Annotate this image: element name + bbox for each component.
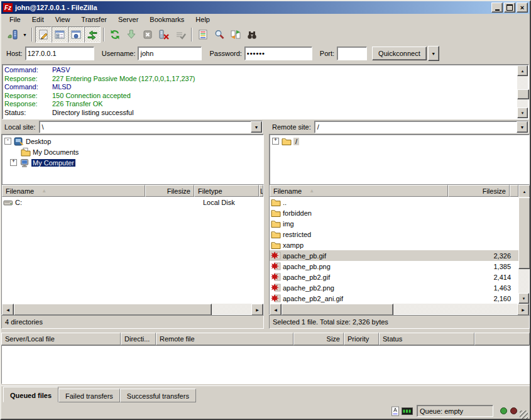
column-header-size[interactable]: Size — [293, 333, 344, 345]
username-input[interactable] — [138, 47, 202, 60]
scroll-up-icon[interactable]: ▲ — [518, 185, 530, 198]
remote-site-combo[interactable]: / ▼ — [314, 121, 528, 133]
site-manager-dropdown[interactable]: ▼ — [21, 28, 29, 41]
maximize-button[interactable] — [504, 3, 515, 13]
log-scrollbar[interactable]: ▲ ▼ — [517, 65, 528, 118]
scroll-down-icon[interactable]: ▼ — [518, 293, 529, 304]
file-row[interactable]: apache_pb.png1,385 — [270, 261, 518, 272]
synchronized-browsing-button[interactable] — [244, 26, 260, 43]
scroll-right-icon[interactable]: ▶ — [517, 304, 529, 316]
tab-successful-transfers[interactable]: Successful transfers — [120, 389, 196, 402]
message-log-icon — [38, 29, 49, 40]
tree-item-label[interactable]: My Documents — [33, 148, 79, 156]
column-header-filename[interactable]: Filename▲ — [2, 185, 145, 197]
queue-tabs: Queued files Failed transfers Successful… — [1, 385, 530, 402]
scroll-thumb[interactable] — [282, 304, 393, 316]
reconnect-button[interactable] — [172, 26, 189, 43]
tab-failed-transfers[interactable]: Failed transfers — [58, 389, 120, 402]
host-label: Host: — [6, 50, 23, 57]
disconnect-button[interactable] — [156, 26, 172, 43]
scroll-down-icon[interactable]: ▼ — [517, 108, 528, 118]
resize-grip[interactable] — [520, 411, 528, 419]
menu-help[interactable]: Help — [190, 14, 216, 25]
menu-file[interactable]: File — [4, 14, 26, 25]
file-row[interactable]: forbidden — [270, 207, 518, 218]
scroll-thumb[interactable] — [517, 89, 529, 99]
toggle-remote-tree-button[interactable] — [68, 26, 84, 43]
column-header-filesize[interactable]: Filesize — [448, 185, 510, 197]
menu-bookmarks[interactable]: Bookmarks — [144, 14, 190, 25]
process-queue-button[interactable] — [123, 26, 140, 43]
toggle-transfer-queue-button[interactable] — [84, 26, 101, 43]
scroll-left-icon[interactable]: ◀ — [270, 304, 282, 316]
column-header-status[interactable]: Status — [379, 333, 474, 345]
refresh-button[interactable] — [107, 26, 123, 43]
file-row[interactable]: apache_pb2.gif2,414 — [270, 272, 518, 282]
remote-vertical-scrollbar[interactable]: ▼ — [518, 197, 529, 304]
file-row[interactable]: xampp — [270, 240, 518, 250]
file-row[interactable]: img — [270, 218, 518, 229]
file-row[interactable]: restricted — [270, 229, 518, 240]
directory-filters-button[interactable] — [195, 26, 211, 43]
local-site-combo[interactable]: \ ▼ — [39, 121, 263, 133]
remote-site-value[interactable]: / — [315, 121, 517, 133]
transfer-queue-list[interactable] — [1, 345, 530, 384]
scroll-thumb[interactable] — [14, 304, 212, 316]
scroll-left-icon[interactable]: ◀ — [2, 304, 14, 316]
minimize-button[interactable] — [491, 3, 503, 13]
expand-icon[interactable]: + — [10, 159, 17, 166]
toggle-local-tree-button[interactable] — [52, 26, 68, 43]
tree-item-label-selected[interactable]: My Computer — [31, 159, 75, 167]
column-header-server-local-file[interactable]: Server/Local file — [1, 333, 121, 345]
cancel-operation-button[interactable] — [140, 26, 156, 43]
local-site-dropdown[interactable]: ▼ — [251, 121, 262, 133]
column-header-remote-file[interactable]: Remote file — [156, 333, 293, 345]
collapse-icon[interactable]: - — [4, 138, 11, 145]
site-manager-button[interactable] — [4, 26, 21, 43]
toggle-message-log-button[interactable] — [35, 26, 52, 43]
file-search-button[interactable] — [211, 26, 227, 43]
quickconnect-dropdown[interactable]: ▼ — [428, 46, 439, 61]
scroll-right-icon[interactable]: ▶ — [251, 304, 263, 316]
menu-server[interactable]: Server — [112, 14, 144, 25]
tree-item-label-selected[interactable]: / — [293, 138, 299, 145]
compare-directories-button[interactable] — [227, 26, 244, 43]
column-header-priority[interactable]: Priority — [344, 333, 379, 345]
folder-icon — [271, 219, 281, 229]
close-button[interactable]: × — [517, 3, 528, 13]
port-input[interactable] — [337, 47, 367, 60]
column-header-filename[interactable]: Filename▲ — [270, 185, 448, 197]
scroll-thumb[interactable] — [518, 197, 530, 269]
host-input[interactable] — [25, 47, 94, 60]
menu-view[interactable]: View — [50, 14, 76, 25]
file-row-local-c-drive[interactable]: C: Local Disk — [2, 197, 263, 207]
minimize-icon — [495, 9, 500, 11]
column-header-filetype[interactable]: Filetype — [194, 185, 259, 197]
file-row[interactable]: .. — [270, 197, 518, 207]
tree-item-my-documents[interactable]: My Documents — [2, 146, 263, 157]
menu-edit[interactable]: Edit — [26, 14, 50, 25]
tree-item-label[interactable]: Desktop — [26, 138, 51, 145]
column-header-direction[interactable]: Directi... — [121, 333, 156, 345]
tree-item-my-computer[interactable]: + My Computer — [2, 157, 263, 168]
menu-transfer[interactable]: Transfer — [75, 14, 112, 25]
remote-horizontal-scrollbar[interactable]: ◀ ▶ — [270, 304, 529, 314]
expand-icon[interactable]: + — [272, 138, 279, 145]
tree-item-root[interactable]: + / — [270, 136, 529, 146]
file-row[interactable]: apache_pb2_ani.gif2,160 — [270, 293, 518, 304]
remote-site-dropdown[interactable]: ▼ — [517, 121, 528, 133]
column-header-lastmodified[interactable]: L — [259, 185, 263, 197]
local-status-text: 4 directories — [5, 318, 43, 326]
folder-icon — [282, 136, 292, 146]
local-horizontal-scrollbar[interactable]: ◀ ▶ — [2, 304, 263, 314]
password-input[interactable] — [244, 47, 312, 60]
file-row-selected[interactable]: apache_pb.gif2,326 — [270, 250, 518, 261]
column-header-filesize[interactable]: Filesize — [145, 185, 194, 197]
quickconnect-button[interactable]: Quickconnect — [372, 47, 427, 60]
tab-queued-files[interactable]: Queued files — [3, 387, 58, 402]
local-site-value[interactable]: \ — [40, 121, 251, 133]
scroll-up-icon[interactable]: ▲ — [517, 65, 528, 76]
pane-splitter[interactable] — [264, 121, 269, 328]
tree-item-desktop[interactable]: - Desktop — [2, 136, 263, 146]
file-row[interactable]: apache_pb2.png1,463 — [270, 282, 518, 293]
